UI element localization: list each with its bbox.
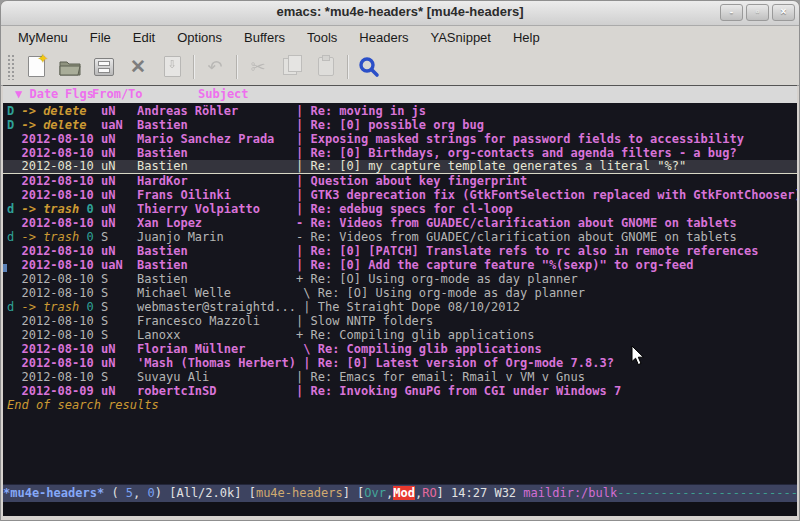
headers-header-line: ▼ Date Flgs From/To Subject bbox=[3, 85, 797, 103]
message-list: D -> delete uN Andreas Röhler | Re: movi… bbox=[3, 102, 797, 485]
menu-headers[interactable]: Headers bbox=[348, 28, 419, 47]
message-row[interactable]: 2012-08-10 S Bastien + Re: [O] Using org… bbox=[3, 272, 797, 286]
copy-icon[interactable] bbox=[275, 52, 309, 82]
window-title: emacs: *mu4e-headers* [mu4e-headers] bbox=[1, 4, 799, 19]
message-row[interactable]: 2012-08-10 uN Xan Lopez - Re: Videos fro… bbox=[3, 216, 797, 230]
message-row[interactable]: d -> trash 0 uN Thierry Volpiatto | Re: … bbox=[3, 202, 797, 216]
message-row[interactable]: 2012-08-10 S Lanoxx + Re: Compiling glib… bbox=[3, 328, 797, 342]
maximize-button[interactable]: ▫ bbox=[746, 4, 769, 21]
message-row[interactable]: 2012-08-10 uN Bastien | Re: [0] [PATCH] … bbox=[3, 244, 797, 258]
close-buffer-icon[interactable]: ✕ bbox=[121, 52, 155, 82]
search-icon[interactable] bbox=[352, 52, 386, 82]
message-row[interactable]: D -> delete uN Andreas Röhler | Re: movi… bbox=[3, 104, 797, 118]
message-row[interactable]: 2012-08-10 uN Mario Sanchez Prada | Expo… bbox=[3, 132, 797, 146]
close-button[interactable]: × bbox=[772, 4, 795, 21]
toolbar-separator bbox=[236, 55, 237, 79]
column-flags[interactable]: Flgs bbox=[65, 87, 94, 101]
message-row[interactable]: 2012-08-10 uaN Bastien | Re: [0] Add the… bbox=[3, 258, 797, 272]
undo-icon[interactable]: ↶ bbox=[198, 52, 232, 82]
window-controls: - ▫ × bbox=[720, 4, 795, 21]
menu-options[interactable]: Options bbox=[166, 28, 233, 47]
tool-bar: ✦ ✕ ⇩ ↶ ✂ bbox=[1, 48, 799, 86]
echo-area[interactable] bbox=[3, 502, 797, 516]
message-row[interactable]: 2012-08-10 uN Bastien | Re: [0] Birthday… bbox=[3, 146, 797, 160]
message-row[interactable]: 2012-08-10 uN 'Mash (Thomas Herbert) | R… bbox=[3, 356, 797, 370]
menu-tools[interactable]: Tools bbox=[296, 28, 348, 47]
save-icon[interactable] bbox=[87, 52, 121, 82]
menu-edit[interactable]: Edit bbox=[122, 28, 166, 47]
column-subject[interactable]: Subject bbox=[198, 87, 249, 101]
cut-icon[interactable]: ✂ bbox=[241, 52, 275, 82]
message-row[interactable]: 2012-08-10 uN Frans Oilinki | GTK3 depre… bbox=[3, 188, 797, 202]
menu-bar: MyMenu File Edit Options Buffers Tools H… bbox=[1, 26, 799, 48]
minimize-button[interactable]: - bbox=[720, 4, 743, 21]
message-row[interactable]: 2012-08-10 S Suvayu Ali | Re: Emacs for … bbox=[3, 370, 797, 384]
mode-line: *mu4e-headers* ( 5, 0) [All/2.0k] [mu4e-… bbox=[3, 484, 797, 502]
message-row[interactable]: 2012-08-10 S Michael Welle \ Re: [O] Usi… bbox=[3, 286, 797, 300]
sort-column-date[interactable]: ▼ Date bbox=[15, 87, 58, 101]
column-from-to[interactable]: From/To bbox=[92, 87, 143, 101]
fringe-cursor-indicator bbox=[3, 264, 7, 272]
save-as-icon[interactable]: ⇩ bbox=[155, 52, 189, 82]
message-row[interactable]: 2012-08-10 uN Bastien | Re: [0] my captu… bbox=[3, 160, 797, 174]
open-folder-icon[interactable] bbox=[53, 52, 87, 82]
end-of-search-results: End of search results bbox=[3, 398, 797, 412]
toolbar-separator bbox=[193, 55, 194, 79]
message-row[interactable]: d -> trash 0 S webmaster@straightd... | … bbox=[3, 300, 797, 314]
menu-buffers[interactable]: Buffers bbox=[233, 28, 296, 47]
menu-help[interactable]: Help bbox=[502, 28, 551, 47]
message-row[interactable]: 2012-08-10 S Francesco Mazzoli | Slow NN… bbox=[3, 314, 797, 328]
paste-icon[interactable] bbox=[309, 52, 343, 82]
emacs-window: emacs: *mu4e-headers* [mu4e-headers] - ▫… bbox=[0, 0, 800, 521]
new-document-icon[interactable]: ✦ bbox=[19, 52, 53, 82]
titlebar[interactable]: emacs: *mu4e-headers* [mu4e-headers] - ▫… bbox=[1, 1, 799, 26]
message-row[interactable]: d -> trash 0 S Juanjo Marin - Re: Videos… bbox=[3, 230, 797, 244]
message-row[interactable]: 2012-08-10 uN HardKor | Question about k… bbox=[3, 174, 797, 188]
menu-yasnippet[interactable]: YASnippet bbox=[419, 28, 501, 47]
message-row[interactable]: D -> delete uaN Bastien | Re: [0] possib… bbox=[3, 118, 797, 132]
toolbar-separator bbox=[347, 55, 348, 79]
emacs-text-area: ▼ Date Flgs From/To Subject D -> delete … bbox=[3, 85, 797, 516]
menu-mymenu[interactable]: MyMenu bbox=[7, 28, 79, 47]
toolbar-drag-handle[interactable] bbox=[7, 54, 15, 80]
menu-file[interactable]: File bbox=[79, 28, 122, 47]
message-row[interactable]: 2012-08-10 uN Florian Müllner \ Re: Comp… bbox=[3, 342, 797, 356]
message-row[interactable]: 2012-08-09 uN robertcInSD | Re: Invoking… bbox=[3, 384, 797, 398]
